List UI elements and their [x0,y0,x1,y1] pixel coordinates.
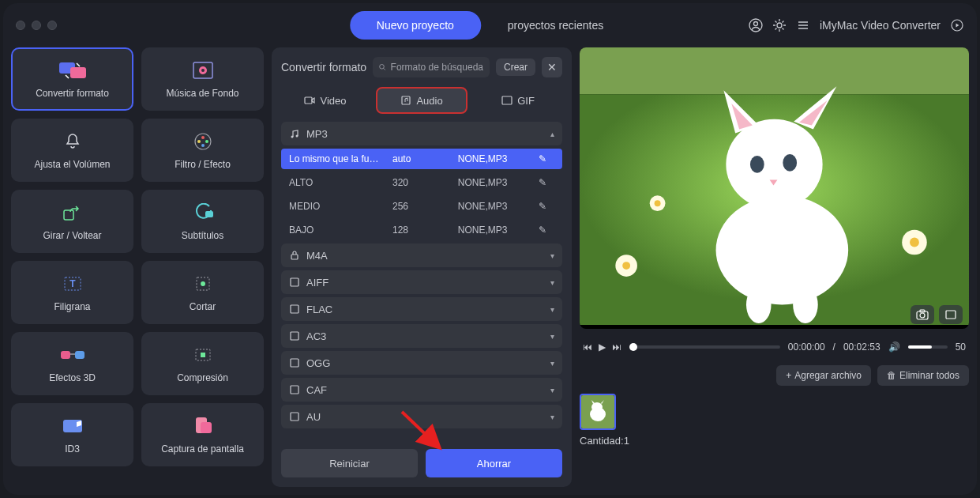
format-aiff-header[interactable]: AIFF▾ [281,270,562,294]
convert-icon [58,59,88,81]
volume-slider[interactable] [908,345,948,349]
next-button[interactable]: ⏭ [612,341,621,353]
svg-rect-39 [291,413,299,421]
queue-count: Cantidad:1 [580,435,629,447]
menu-icon[interactable] [796,18,810,32]
format-au-header[interactable]: AU▾ [281,405,562,428]
time-current: 00:00:00 [788,341,825,353]
fullscreen-button[interactable] [939,305,963,324]
preset-row-alto[interactable]: ALTO 320 NONE,MP3 ✎ [281,172,562,193]
svg-point-31 [291,136,294,138]
chevron-down-icon: ▾ [550,305,554,314]
user-icon[interactable] [749,18,763,32]
play-button[interactable]: ▶ [599,341,606,353]
edit-preset-icon[interactable]: ✎ [539,224,554,236]
format-caf-header[interactable]: CAF▾ [281,378,562,402]
settings-icon[interactable] [772,18,787,32]
seek-bar[interactable] [629,345,780,349]
svg-point-53 [793,286,818,323]
rotate-icon [62,202,84,224]
tool-screenshot[interactable]: Captura de pantalla [141,403,264,466]
crop-icon [192,273,214,295]
watermark-icon: T [62,273,84,295]
format-mp3-header[interactable]: MP3 ▴ [281,122,562,145]
svg-point-55 [920,313,925,318]
tool-3d-effects[interactable]: Efectos 3D [11,332,133,395]
tile-label: Cortar [190,301,216,312]
tool-adjust-volume[interactable]: Ajusta el Volúmen [11,119,133,182]
volume-icon[interactable]: 🔊 [888,341,900,353]
gif-icon [501,95,513,106]
window-controls[interactable] [16,21,57,30]
play-circle-icon[interactable] [950,18,964,32]
trash-icon: 🗑 [887,370,896,381]
svg-rect-36 [291,332,299,340]
svg-rect-14 [64,210,73,220]
svg-point-10 [201,136,205,139]
preset-row-bajo[interactable]: BAJO 128 NONE,MP3 ✎ [281,220,562,240]
format-m4a-header[interactable]: M4A▾ [281,243,562,267]
format-ac3-header[interactable]: AC3▾ [281,324,562,348]
svg-point-19 [201,281,205,286]
tile-label: Música de Fondo [166,88,238,99]
chevron-down-icon: ▾ [550,386,554,394]
save-button[interactable]: Ahorrar [426,449,562,477]
audio-file-icon [289,304,300,315]
svg-point-13 [197,140,201,143]
edit-preset-icon[interactable]: ✎ [539,177,554,188]
tool-id3[interactable]: ID3 [11,403,133,466]
audio-file-icon [289,330,300,341]
tool-rotate-flip[interactable]: Girar / Voltear [11,190,133,253]
add-file-button[interactable]: +Agregar archivo [776,365,871,386]
tool-filter-effect[interactable]: Filtro / Efecto [141,119,264,182]
tile-label: Compresión [177,372,228,383]
svg-rect-20 [61,351,70,359]
svg-rect-26 [201,422,212,433]
queue-thumbnail[interactable] [580,394,616,430]
svg-point-2 [777,23,782,28]
svg-rect-28 [305,97,312,104]
close-panel-button[interactable]: ✕ [542,57,562,77]
type-tab-gif[interactable]: GIF [474,87,562,114]
format-search[interactable]: Formato de búsqueda [373,57,490,77]
tab-new-project[interactable]: Nuevo proyecto [350,11,481,40]
tile-label: Filtro / Efecto [175,159,231,170]
tool-compression[interactable]: Compresión [141,332,264,395]
search-icon [379,62,385,72]
format-ogg-header[interactable]: OGG▾ [281,351,562,375]
tool-trim[interactable]: Cortar [141,261,264,324]
bell-icon [63,130,82,153]
chevron-down-icon: ▾ [550,278,554,287]
format-flac-header[interactable]: FLAC▾ [281,297,562,321]
svg-point-8 [201,69,205,72]
music-film-icon [190,59,216,81]
edit-preset-icon[interactable]: ✎ [539,153,554,164]
tool-background-music[interactable]: Música de Fondo [141,47,264,111]
preset-row-same[interactable]: Lo mismo que la fu… auto NONE,MP3 ✎ [281,149,562,169]
tile-label: ID3 [65,443,80,455]
tool-watermark[interactable]: T Filigrana [11,261,133,324]
reset-button[interactable]: Reiniciar [281,449,418,477]
create-button[interactable]: Crear [496,58,535,76]
preset-row-medio[interactable]: MEDIO 256 NONE,MP3 ✎ [281,196,562,217]
tab-recent-projects[interactable]: proyectos recientes [481,11,630,40]
type-tab-video[interactable]: Video [281,87,370,114]
svg-point-45 [910,238,919,247]
lock-icon [289,250,300,261]
remove-all-button[interactable]: 🗑Eliminar todos [877,365,969,386]
tool-convert-format[interactable]: Convertir formato [11,47,133,111]
svg-point-51 [783,154,797,172]
app-title: iMyMac Video Converter [820,19,941,32]
preview-image [580,47,969,325]
snapshot-button[interactable] [911,305,934,324]
tile-label: Filigrana [54,301,90,312]
prev-button[interactable]: ⏮ [583,341,592,353]
svg-rect-21 [75,351,84,359]
svg-rect-35 [291,305,299,313]
svg-rect-33 [291,255,298,259]
edit-preset-icon[interactable]: ✎ [539,201,554,212]
tool-subtitles[interactable]: Subtítulos [141,190,264,253]
type-tab-audio[interactable]: Audio [376,87,467,114]
video-preview[interactable] [580,47,969,329]
tile-label: Convertir formato [36,88,109,99]
